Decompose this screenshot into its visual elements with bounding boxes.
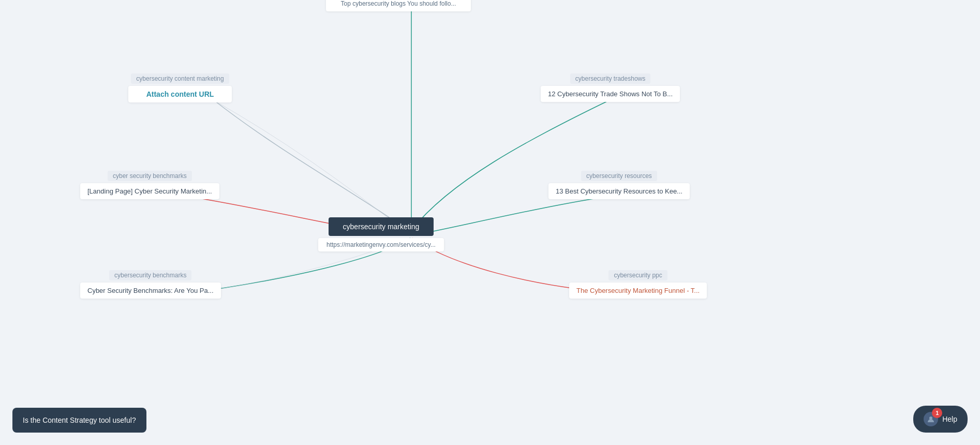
node-cybersecurity-benchmarks[interactable]: cybersecurity benchmarks Cyber Security … [80,270,221,299]
center-node-title: cybersecurity marketing [329,217,434,236]
node-content-cybersecurity-ppc[interactable]: The Cybersecurity Marketing Funnel - T..… [569,283,707,299]
top-node-content: Top cybersecurity blogs You should follo… [326,0,471,11]
node-cyber-security-benchmarks[interactable]: cyber security benchmarks [Landing Page]… [80,171,219,199]
connection-lines [0,0,980,445]
node-content-cybersecurity-resources[interactable]: 13 Best Cybersecurity Resources to Kee..… [548,183,690,199]
node-cybersecurity-tradeshows[interactable]: cybersecurity tradeshows 12 Cybersecurit… [541,73,680,102]
help-button[interactable]: 1 Help [913,406,968,433]
help-label: Help [942,415,957,423]
node-label-cybersecurity-ppc: cybersecurity ppc [608,270,667,280]
node-cybersecurity-ppc[interactable]: cybersecurity ppc The Cybersecurity Mark… [569,270,707,299]
feedback-banner: Is the Content Strategy tool useful? [12,408,146,433]
feedback-text: Is the Content Strategy tool useful? [23,416,136,424]
center-node: cybersecurity marketing https://marketin… [318,217,444,251]
node-content-cybersecurity-content-marketing[interactable]: Attach content URL [128,86,232,102]
node-cybersecurity-content-marketing[interactable]: cybersecurity content marketing Attach c… [128,73,232,102]
top-node: Top cybersecurity blogs You should follo… [326,0,471,11]
help-badge-container: 1 [924,412,938,426]
node-label-cyber-security-benchmarks: cyber security benchmarks [108,171,192,181]
node-label-cybersecurity-content-marketing: cybersecurity content marketing [131,73,229,84]
node-content-cyber-security-benchmarks[interactable]: [Landing Page] Cyber Security Marketin..… [80,183,219,199]
center-node-url: https://marketingenvy.com/services/cy... [318,238,444,251]
node-label-cybersecurity-benchmarks: cybersecurity benchmarks [109,270,191,280]
node-label-cybersecurity-resources: cybersecurity resources [581,171,657,181]
node-cybersecurity-resources[interactable]: cybersecurity resources 13 Best Cybersec… [548,171,690,199]
node-content-cybersecurity-tradeshows[interactable]: 12 Cybersecurity Trade Shows Not To B... [541,86,680,102]
mind-map-canvas: Top cybersecurity blogs You should follo… [0,0,980,445]
node-content-cybersecurity-benchmarks[interactable]: Cyber Security Benchmarks: Are You Pa... [80,283,221,299]
help-notification-badge: 1 [932,408,942,418]
node-label-cybersecurity-tradeshows: cybersecurity tradeshows [570,73,650,84]
